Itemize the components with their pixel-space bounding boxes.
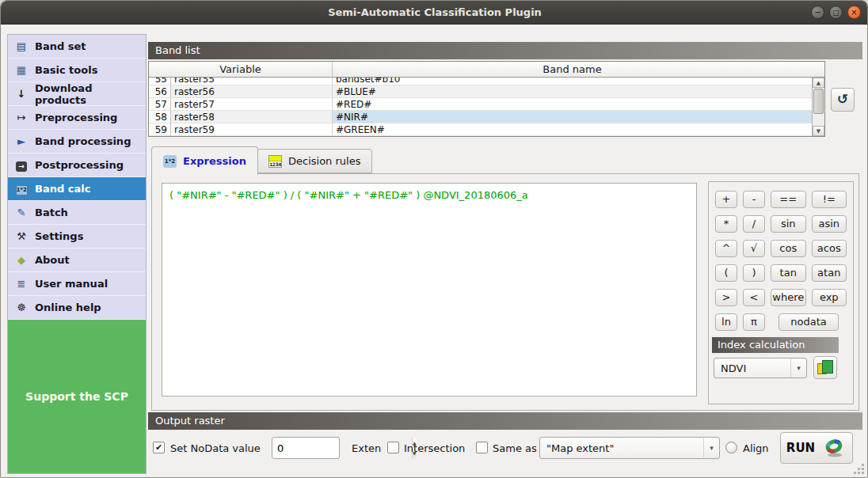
sidebar-item-band-processing[interactable]: ► Band processing	[8, 130, 146, 154]
calc-button-equals[interactable]: ==	[771, 191, 806, 208]
set-nodata-label: Set NoData value	[170, 442, 261, 455]
index-select[interactable]: NDVI ▾	[714, 358, 807, 378]
align-radio[interactable]	[725, 442, 737, 453]
basic-tools-icon: ▦	[14, 64, 29, 76]
sidebar-item-online-help[interactable]: ☸ Online help	[8, 296, 146, 320]
index-calculation-header: Index calculation	[712, 337, 839, 353]
calc-button-sqrt[interactable]: √	[743, 240, 765, 257]
sidebar-item-basic-tools[interactable]: ▦ Basic tools	[8, 59, 146, 82]
about-icon: ◆	[14, 254, 29, 266]
calc-button-exp[interactable]: exp	[812, 289, 847, 306]
sidebar-item-postprocessing[interactable]: → Postprocessing	[8, 154, 146, 177]
table-row[interactable]: 57 raster57 #RED#	[149, 98, 824, 111]
calc-button-power[interactable]: ^	[715, 240, 737, 257]
scroll-up-icon[interactable]: ▲	[813, 78, 824, 88]
title-bar[interactable]: Semi-Automatic Classification Plugin − ◻…	[1, 1, 868, 25]
calc-button-nodata[interactable]: nodata	[779, 313, 839, 331]
sidebar-item-batch[interactable]: ✎ Batch	[8, 201, 146, 225]
scp-dialog-window: Semi-Automatic Classification Plugin − ◻…	[0, 0, 868, 478]
batch-icon: ✎	[14, 207, 29, 218]
sidebar-item-preprocessing[interactable]: ↦ Preprocessing	[8, 106, 146, 130]
band-name-cell-selected[interactable]: #NIR#	[333, 111, 824, 123]
preprocessing-icon: ↦	[14, 112, 29, 123]
calc-button-ln[interactable]: ln	[715, 313, 737, 331]
extent-label: Exten	[352, 442, 381, 455]
column-header-band-name[interactable]: Band name	[333, 62, 812, 77]
band-name-cell[interactable]: #RED#	[333, 98, 824, 111]
nodata-value-spinbox[interactable]: ▲ ▼	[272, 437, 340, 459]
table-row[interactable]: 59 raster59 #GREEN#	[149, 123, 824, 136]
band-list-table[interactable]: Variable Band name 55 raster55 bandset#b…	[148, 61, 825, 137]
resize-grip[interactable]	[862, 472, 864, 474]
check-icon: ✔	[155, 442, 162, 453]
scrollbar-thumb[interactable]	[813, 89, 824, 114]
variable-cell[interactable]: raster58	[171, 111, 333, 123]
variable-cell[interactable]: raster56	[171, 85, 333, 98]
chevron-down-icon: ▾	[703, 438, 719, 457]
index-selected-value: NDVI	[714, 362, 790, 374]
scroll-down-icon[interactable]: ▼	[813, 126, 824, 136]
sidebar-item-label: Band set	[35, 40, 86, 52]
variable-cell[interactable]: raster55	[171, 78, 333, 85]
run-wheel-icon	[821, 437, 847, 459]
tab-expression[interactable]: 1*2 Expression	[151, 146, 258, 175]
column-header-variable[interactable]: Variable	[149, 62, 333, 77]
table-body: 55 raster55 bandset#b10 56 raster56 #BLU…	[149, 78, 824, 136]
calc-button-acos[interactable]: acos	[812, 240, 847, 257]
calc-button-greater-than[interactable]: >	[715, 289, 737, 306]
set-nodata-checkbox[interactable]: ✔	[153, 442, 165, 453]
band-name-cell[interactable]: #GREEN#	[333, 123, 824, 136]
online-help-icon: ☸	[14, 302, 29, 313]
sidebar-item-label: Batch	[35, 207, 68, 218]
calc-button-where[interactable]: where	[771, 289, 806, 306]
calc-button-open-paren[interactable]: (	[715, 264, 737, 282]
sidebar-item-label: Basic tools	[35, 64, 97, 76]
maximize-button[interactable]: ◻	[829, 6, 843, 19]
minimize-button[interactable]: −	[811, 6, 824, 19]
sidebar-item-band-set[interactable]: ▤ Band set	[8, 35, 146, 59]
calculator-grid: + - == != * / sin asin ^ √ cos acos ( ) …	[709, 182, 853, 331]
calc-button-tan[interactable]: tan	[771, 264, 806, 282]
settings-icon: ⚒	[14, 230, 29, 242]
calc-button-cos[interactable]: cos	[771, 240, 806, 257]
calc-button-plus[interactable]: +	[715, 191, 737, 208]
table-row-selected[interactable]: 58 raster58 #NIR#	[149, 111, 824, 123]
sidebar-item-about[interactable]: ◆ About	[8, 248, 146, 272]
calc-button-multiply[interactable]: *	[715, 215, 737, 233]
calc-button-sin[interactable]: sin	[771, 215, 806, 233]
window-controls: − ◻ ×	[811, 6, 861, 19]
refresh-band-list-button[interactable]: ↺	[831, 88, 855, 112]
sidebar-item-band-calc[interactable]: 1*2 Band calc	[8, 177, 146, 201]
sidebar-item-download-products[interactable]: ↓ Download products	[8, 82, 146, 106]
table-row[interactable]: 55 raster55 bandset#b10	[149, 78, 824, 85]
apply-index-button[interactable]	[813, 356, 837, 379]
variable-cell[interactable]: raster59	[171, 123, 333, 136]
same-as-checkbox[interactable]	[476, 442, 488, 453]
calc-button-pi[interactable]: π	[743, 313, 765, 331]
calc-button-atan[interactable]: atan	[812, 264, 847, 282]
support-scp-banner[interactable]: Support the SCP	[8, 320, 146, 473]
calc-button-not-equals[interactable]: !=	[812, 191, 847, 208]
calc-button-less-than[interactable]: <	[743, 289, 765, 306]
calc-button-asin[interactable]: asin	[812, 215, 847, 233]
sidebar-item-label: About	[35, 254, 70, 266]
extent-select[interactable]: "Map extent" ▾	[539, 437, 720, 459]
vertical-scrollbar[interactable]: ▲ ▼	[812, 78, 824, 136]
sidebar-item-label: Online help	[35, 302, 101, 313]
calc-button-close-paren[interactable]: )	[743, 264, 765, 282]
band-name-cell[interactable]: #BLUE#	[333, 85, 824, 98]
sidebar-item-settings[interactable]: ⚒ Settings	[8, 225, 146, 248]
tab-decision-rules[interactable]: 1234 Decision rules	[257, 149, 372, 173]
expression-input[interactable]: ( "#NIR#" - "#RED#" ) / ( "#NIR#" + "#RE…	[162, 183, 697, 396]
band-name-cell[interactable]: bandset#b10	[333, 78, 824, 85]
close-button[interactable]: ×	[847, 6, 861, 19]
sidebar-item-user-manual[interactable]: ≣ User manual	[8, 272, 146, 296]
run-button[interactable]: RUN	[780, 432, 853, 464]
download-icon: ↓	[14, 88, 29, 100]
calc-button-divide[interactable]: /	[743, 215, 765, 233]
calc-button-minus[interactable]: -	[743, 191, 765, 208]
variable-cell[interactable]: raster57	[171, 98, 333, 111]
decision-rules-icon: 1234	[268, 155, 282, 168]
intersection-checkbox[interactable]	[387, 442, 399, 453]
table-row[interactable]: 56 raster56 #BLUE#	[149, 85, 824, 98]
